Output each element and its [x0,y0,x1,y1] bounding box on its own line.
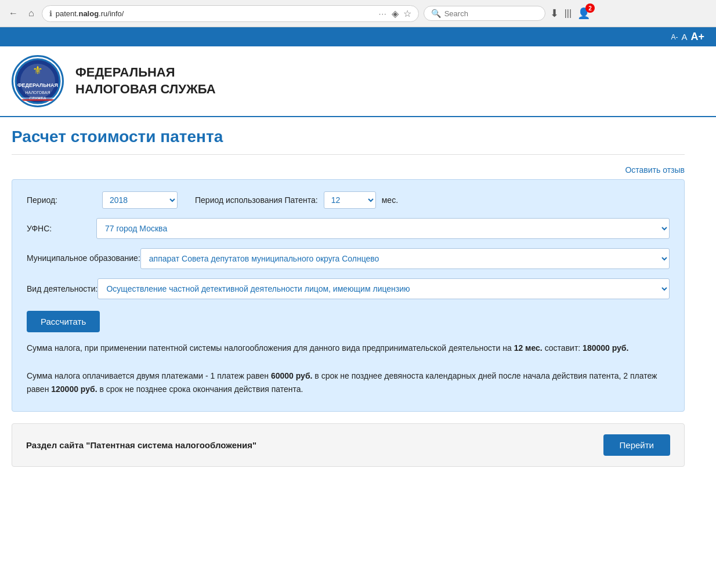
municipality-row: Муниципальное образование: аппарат Совет… [27,248,670,269]
org-header: ⚜ ФЕДЕРАЛЬНАЯ НАЛОГОВАЯ СЛУЖБА ФЕДЕРАЛЬН… [0,46,716,117]
result-text: Сумма налога, при применении патентной с… [27,342,670,397]
back-button[interactable]: ← [6,7,21,20]
form-panel: Период: 2018 Период использования Патент… [12,179,685,412]
font-normal-button[interactable]: A [681,32,687,42]
activity-select[interactable]: Осуществление частной детективной деятел… [97,278,670,299]
more-icon[interactable]: ··· [379,9,387,18]
result-line1-amount: 180000 руб. [583,343,628,353]
url-text: patent.nalog.ru/info/ [56,9,375,18]
ufns-label: УФНС: [27,224,96,233]
mes-label: мес. [382,195,398,205]
go-button[interactable]: Перейти [603,434,670,456]
calculate-button[interactable]: Рассчитать [27,311,100,332]
user-notification[interactable]: 👤 2 [577,7,590,20]
pocket-icon[interactable]: ◈ [392,8,399,19]
library-icon[interactable]: ||| [565,8,572,19]
browser-chrome: ← ⌂ ℹ patent.nalog.ru/info/ ··· ◈ ☆ 🔍 ⬇ … [0,0,716,27]
period-select[interactable]: 2018 [102,191,178,209]
org-name: ФЕДЕРАЛЬНАЯ НАЛОГОВАЯ СЛУЖБА [75,64,216,97]
municipality-select[interactable]: аппарат Совета депутатов муниципального … [140,248,670,269]
browser-right-icons: ⬇ ||| 👤 2 [550,7,590,20]
period-label: Период: [27,195,96,205]
address-bar-icons: ··· ◈ ☆ [379,8,411,19]
result-line2-end: в срок не позднее срока окончания действ… [99,384,303,394]
result-line1-suffix: составит: [545,343,581,353]
notification-badge: 2 [585,3,595,13]
search-icon: 🔍 [431,9,441,18]
browser-toolbar: ← ⌂ ℹ patent.nalog.ru/info/ ··· ◈ ☆ 🔍 ⬇ … [0,0,716,27]
ufns-row: УФНС: 77 город Москва [27,218,670,239]
font-size-controls: A- A A+ [671,31,704,43]
download-icon[interactable]: ⬇ [550,7,559,20]
search-input[interactable] [444,9,538,18]
org-logo: ⚜ ФЕДЕРАЛЬНАЯ НАЛОГОВАЯ СЛУЖБА [12,55,64,107]
result-line2-amount1: 60000 руб. [271,371,313,380]
activity-label: Вид деятельности: [27,284,97,293]
font-decrease-button[interactable]: A- [671,33,678,41]
usage-period-label: Период использования Патента: [195,195,318,205]
municipality-label: Муниципальное образование: [27,253,140,264]
bottom-panel-title: Раздел сайта "Патентная система налогооб… [26,440,256,450]
info-icon: ℹ [49,9,52,18]
search-bar[interactable]: 🔍 [424,6,545,21]
svg-text:ФЕДЕРАЛЬНАЯ: ФЕДЕРАЛЬНАЯ [17,82,58,88]
usage-period-select[interactable]: 12 [324,191,376,209]
font-increase-button[interactable]: A+ [690,31,704,43]
result-line2-amount2: 120000 руб. [51,384,97,394]
feedback-link[interactable]: Оставить отзыв [12,161,685,179]
result-line1-prefix: Сумма налога, при применении патентной с… [27,343,512,353]
site-blue-bar: A- A A+ [0,27,716,46]
address-bar[interactable]: ℹ patent.nalog.ru/info/ ··· ◈ ☆ [42,5,419,22]
ufns-select[interactable]: 77 город Москва [96,218,670,239]
org-logo-svg: ⚜ ФЕДЕРАЛЬНАЯ НАЛОГОВАЯ СЛУЖБА [15,58,61,104]
bottom-panel: Раздел сайта "Патентная система налогооб… [12,423,685,467]
result-line2: Сумма налога оплачивается двумя платежам… [27,371,269,380]
page-title: Расчет стоимости патента [12,117,685,155]
result-line1-months: 12 мес. [514,343,543,353]
svg-text:НАЛОГОВАЯ: НАЛОГОВАЯ [26,90,50,95]
period-row: Период: 2018 Период использования Патент… [27,191,670,209]
activity-row: Вид деятельности: Осуществление частной … [27,278,670,299]
svg-rect-7 [17,99,59,101]
svg-text:⚜: ⚜ [32,64,43,77]
page-content: Расчет стоимости патента Оставить отзыв … [0,117,696,478]
star-icon[interactable]: ☆ [403,8,411,19]
home-button[interactable]: ⌂ [26,7,37,20]
